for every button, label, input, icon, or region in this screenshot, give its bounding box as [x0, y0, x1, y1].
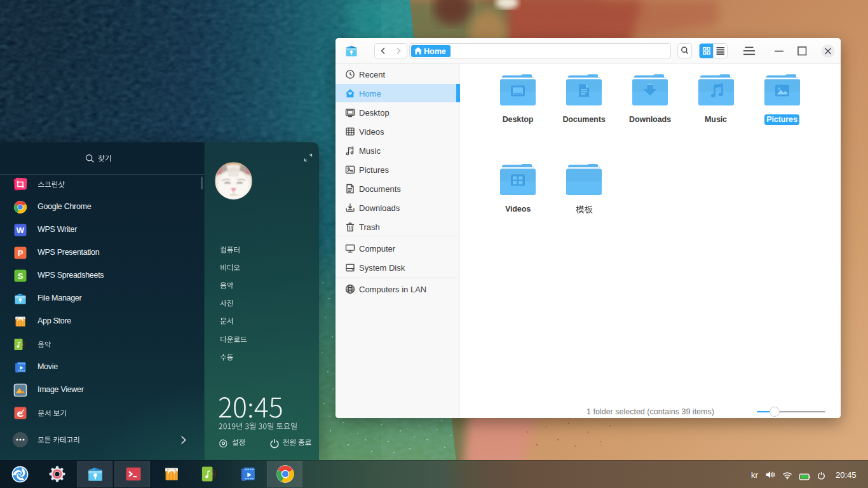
- svg-text:W: W: [17, 226, 25, 235]
- svg-text:S: S: [18, 271, 24, 281]
- svg-text:P: P: [18, 248, 24, 258]
